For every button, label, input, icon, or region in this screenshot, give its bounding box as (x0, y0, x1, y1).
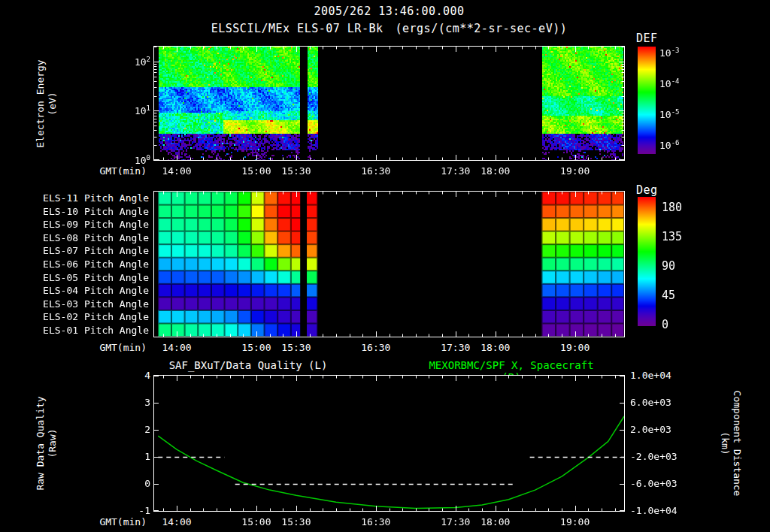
def-colorbar (638, 47, 656, 154)
gmt-axis-label-2: GMT(min) (62, 342, 147, 353)
energy-tick-label: 102 (117, 56, 150, 68)
pitch-row-label: ELS-09 Pitch Angle (40, 219, 149, 230)
def-colorbar-tick-label: 10-3 (659, 47, 680, 59)
pitch-row-label: ELS-08 Pitch Angle (40, 232, 149, 243)
electron-energy-spectrogram (154, 47, 624, 160)
tick-base: 10 (135, 155, 147, 166)
pitch-row-label: ELS-03 Pitch Angle (40, 298, 149, 310)
quality-title: SAF_BXuT/Data Quality (L) (154, 359, 342, 371)
x-tick-label: 16:30 (352, 342, 400, 353)
deg-colorbar-tick-label: 45 (662, 289, 675, 302)
tick-base: 10 (659, 140, 671, 151)
distance-axis-title: Component Distance (km) (719, 391, 743, 497)
x-tick-label: 14:00 (153, 516, 201, 527)
deg-colorbar-tick-label: 90 (662, 259, 675, 273)
energy-axis-title-line2: (eV) (47, 59, 59, 147)
x-tick-label: 18:00 (471, 516, 520, 527)
distance-tick-label: -2.0e+03 (630, 451, 690, 462)
deg-colorbar-tick-label: 0 (662, 318, 668, 331)
x-tick-label: 19:00 (551, 165, 599, 177)
quality-axis-title-line1: Raw Data Quality (35, 396, 47, 490)
quality-tick-label: 4 (117, 370, 150, 381)
pitch-row-label: ELS-06 Pitch Angle (40, 258, 149, 270)
quality-axis-title-line2: (Raw) (47, 396, 59, 490)
plot-title-units: (ergs/(cm**2-sr-sec-eV)) (396, 22, 568, 35)
def-colorbar-tick-label: 10-5 (659, 108, 680, 120)
tick-exponent: -3 (671, 47, 680, 54)
x-tick-label: 18:00 (471, 342, 520, 353)
distance-axis-title-line1: Component Distance (731, 391, 743, 497)
tick-exponent: 2 (147, 56, 150, 63)
distance-tick-label: 2.0e+03 (630, 424, 690, 435)
plot-title-instrument: ELSSCIL/MEx ELS-07 LR-Bk (211, 22, 383, 35)
quality-distance-plot (154, 376, 624, 511)
tick-base: 10 (659, 109, 671, 120)
tick-exponent: 1 (147, 104, 150, 112)
deg-colorbar-tick-label: 180 (662, 201, 682, 214)
pitch-row-label: ELS-10 Pitch Angle (40, 206, 149, 217)
tick-base: 10 (659, 47, 671, 59)
science-plot-screen: 2005/262 13:46:00.000 ELSSCIL/MEx ELS-07… (0, 0, 770, 532)
deg-colorbar-tick-label: 135 (662, 230, 682, 243)
tick-exponent: 0 (147, 154, 150, 162)
x-tick-label: 19:00 (551, 516, 599, 527)
tick-base: 10 (135, 106, 147, 117)
x-tick-label: 15:30 (272, 165, 320, 177)
pitch-angle-heatmap (154, 192, 624, 337)
quality-axis-title: Raw Data Quality (Raw) (35, 396, 59, 490)
deg-colorbar (638, 197, 656, 326)
tick-exponent: -4 (671, 77, 680, 85)
tick-exponent: -6 (671, 139, 680, 147)
plot-title: ELSSCIL/MEx ELS-07 LR-Bk(ergs/(cm**2-sr-… (154, 22, 624, 35)
energy-tick-label: 100 (117, 154, 150, 166)
energy-axis-title: Electron Energy (eV) (35, 59, 59, 147)
distance-tick-label: -1.0e+04 (630, 505, 690, 516)
energy-axis-title-line1: Electron Energy (35, 59, 47, 147)
x-tick-label: 18:00 (471, 165, 520, 177)
deg-colorbar-title: Deg (636, 183, 658, 197)
gmt-axis-label-3: GMT(min) (62, 516, 147, 527)
def-colorbar-title: DEF (636, 32, 658, 45)
x-tick-label: 16:30 (352, 165, 400, 177)
pitch-row-label: ELS-02 Pitch Angle (40, 311, 149, 322)
quality-tick-label: -1 (117, 505, 150, 516)
tick-base: 10 (659, 78, 671, 89)
tick-exponent: -5 (671, 108, 680, 116)
quality-tick-label: 1 (117, 451, 150, 462)
x-tick-label: 14:00 (153, 165, 201, 177)
pitch-row-label: ELS-07 Pitch Angle (40, 245, 149, 256)
def-colorbar-tick-label: 10-4 (659, 77, 680, 89)
pitch-row-label: ELS-11 Pitch Angle (40, 192, 149, 204)
timestamp: 2005/262 13:46:00.000 (154, 5, 624, 18)
gmt-axis-label-1: GMT(min) (62, 165, 147, 177)
def-colorbar-tick-label: 10-6 (659, 139, 680, 151)
x-tick-label: 14:00 (153, 342, 201, 353)
quality-tick-label: 3 (117, 397, 150, 408)
distance-tick-label: -6.0e+03 (630, 478, 690, 489)
energy-tick-label: 101 (117, 104, 150, 116)
x-tick-label: 16:30 (352, 516, 400, 527)
x-tick-label: 15:30 (272, 342, 320, 353)
quality-tick-label: 2 (117, 424, 150, 435)
distance-axis-title-line2: (km) (719, 391, 731, 497)
tick-base: 10 (135, 56, 147, 68)
distance-tick-label: 6.0e+03 (630, 397, 690, 408)
x-tick-label: 19:00 (551, 342, 599, 353)
pitch-row-label: ELS-01 Pitch Angle (40, 325, 149, 336)
distance-tick-label: 1.0e+04 (630, 370, 690, 381)
x-tick-label: 15:30 (272, 516, 320, 527)
quality-tick-label: 0 (117, 478, 150, 489)
pitch-row-label: ELS-04 Pitch Angle (40, 285, 149, 296)
pitch-row-label: ELS-05 Pitch Angle (40, 272, 149, 283)
